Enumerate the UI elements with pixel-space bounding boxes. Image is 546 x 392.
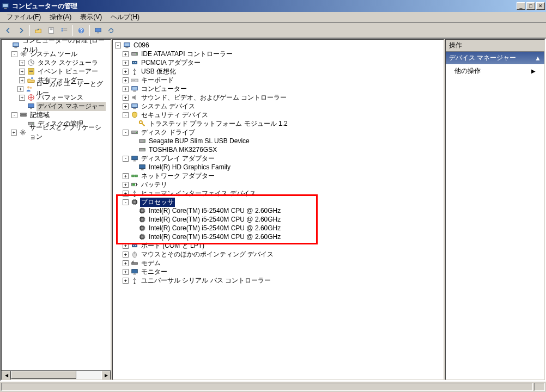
storage-icon [19,111,28,119]
device-ports[interactable]: +ポート (COM と LPT) [114,241,442,250]
device-usbctrl[interactable]: +ユニバーサル シリアル バス コントローラー [114,276,442,285]
device-computer[interactable]: +コンピューター [114,84,442,93]
device-tpm[interactable]: トラステッド プラットフォーム モジュール 1.2 [114,119,442,128]
computer-icon [11,41,20,50]
menu-help[interactable]: ヘルプ(H) [106,11,144,23]
collapse-icon[interactable]: - [123,199,129,205]
collapse-icon[interactable]: - [115,42,121,48]
hid-icon [130,189,139,198]
more-actions-item[interactable]: 他の操作 ▶ [446,64,544,78]
device-keyboard[interactable]: +キーボード [114,76,442,84]
forward-button[interactable] [15,24,27,36]
scan-button[interactable] [105,24,117,36]
device-hid[interactable]: +ヒューマン インターフェイス デバイス [114,189,442,198]
help-button[interactable] [75,24,87,36]
expand-icon[interactable]: + [19,69,25,75]
collapse-icon[interactable]: - [11,51,17,57]
cpu-icon [138,232,147,241]
scope-panel: コンピューターの管理 (ローカル) - システム ツール + タスク スケジュー… [1,39,111,380]
main-area: コンピューターの管理 (ローカル) - システム ツール + タスク スケジュー… [0,38,546,381]
menu-bar: ファイル(F) 操作(A) 表示(V) ヘルプ(H) [0,12,546,23]
ide-icon [130,50,139,58]
hdd-icon [138,145,147,154]
device-sysdev[interactable]: +システム デバイス [114,102,442,111]
device-pcmcia[interactable]: +PCMCIA アダプター [114,58,442,67]
device-cpu2[interactable]: Intel(R) Core(TM) i5-2540M CPU @ 2.60GHz [114,215,442,224]
tree-taskscheduler[interactable]: + タスク スケジューラ [3,58,110,67]
actions-header: 操作 [446,40,544,52]
tree-storage[interactable]: - 記憶域 [3,111,110,119]
scroll-left-button[interactable]: ◀ [2,371,11,380]
left-scrollbar[interactable]: ◀ ▶ [2,370,111,379]
device-cpu1[interactable]: Intel(R) Core(TM) i5-2540M CPU @ 2.60GHz [114,206,442,215]
device-root[interactable]: - C096 [114,41,442,50]
expand-icon[interactable]: + [19,95,25,101]
menu-file[interactable]: ファイル(F) [2,11,45,23]
share-icon [27,76,35,84]
back-button[interactable] [2,24,14,36]
collapse-icon[interactable]: - [11,112,17,118]
device-toshiba[interactable]: TOSHIBA MK3276GSX [114,145,442,154]
collapse-icon[interactable]: - [123,112,129,118]
usb-icon [130,67,139,76]
properties-button[interactable] [45,24,57,36]
tree-localusers[interactable]: + ローカル ユーザーとグルー [3,84,110,93]
device-mouse[interactable]: +マウスとそのほかのポインティング デバイス [114,250,442,259]
tree-root[interactable]: コンピューターの管理 (ローカル) [3,41,110,50]
scope-tree[interactable]: コンピューターの管理 (ローカル) - システム ツール + タスク スケジュー… [2,40,111,370]
expand-icon[interactable]: + [19,60,25,66]
device-modem[interactable]: +モデム [114,259,442,267]
maximize-button[interactable]: □ [526,2,535,10]
tree-devicemanager[interactable]: デバイス マネージャー [3,102,110,111]
expand-icon[interactable]: + [11,130,17,136]
hdd-icon [138,137,147,145]
tree-services[interactable]: + サービスとアプリケーション [3,128,110,137]
device-usbvirt[interactable]: +USB 仮想化 [114,67,442,76]
shield-icon [130,111,139,119]
device-cpu4[interactable]: Intel(R) Core(TM) i5-2540M CPU @ 2.60GHz [114,232,442,241]
menu-view[interactable]: 表示(V) [76,11,106,23]
computer-icon [123,41,131,50]
actions-section-header[interactable]: デバイス マネージャー ▲ [446,52,544,64]
mouse-icon [130,250,139,259]
device-display[interactable]: -ディスプレイ アダプター [114,154,442,163]
device-seagate[interactable]: Seagate BUP Slim SL USB Device [114,137,442,145]
expand-icon[interactable]: + [19,77,25,83]
device-diskdrive[interactable]: -ディスク ドライブ [114,128,442,137]
close-button[interactable]: ✕ [536,2,545,10]
cpu-icon [138,206,147,215]
pcmcia-icon [130,58,139,67]
refresh-button[interactable] [92,24,104,36]
network-icon [130,171,139,180]
device-intelhd[interactable]: Intel(R) HD Graphics Family [114,163,442,171]
collapse-icon[interactable]: - [123,156,129,162]
scroll-thumb[interactable] [11,371,76,379]
scroll-right-button[interactable]: ▶ [101,371,111,380]
device-ide[interactable]: +IDE ATA/ATAPI コントローラー [114,50,442,58]
list-button[interactable] [58,24,70,36]
device-cpu3[interactable]: Intel(R) Core(TM) i5-2540M CPU @ 2.60GHz [114,224,442,232]
tree-eventviewer[interactable]: + イベント ビューアー [3,67,110,76]
device-tree[interactable]: - C096 +IDE ATA/ATAPI コントローラー +PCMCIA アダ… [113,40,444,379]
collapse-icon[interactable]: - [123,130,129,136]
device-battery[interactable]: +バッテリ [114,180,442,189]
modem-icon [130,259,139,267]
device-sound[interactable]: +サウンド、ビデオ、およびゲーム コントローラー [114,93,442,102]
up-button[interactable] [32,24,44,36]
chevron-right-icon: ▶ [531,68,536,74]
toolbar [0,23,546,38]
cpu-icon [130,198,139,206]
minimize-button[interactable]: _ [517,2,525,10]
device-monitor[interactable]: +モニター [114,267,442,276]
device-security[interactable]: -セキュリティ デバイス [114,111,442,119]
perf-icon [27,93,35,102]
usb-icon [130,276,139,285]
expand-icon[interactable]: + [17,86,23,92]
device-processor[interactable]: -プロセッサ [114,198,442,206]
sound-icon [130,93,139,102]
menu-action[interactable]: 操作(A) [45,11,76,23]
app-icon [1,2,10,10]
device-network[interactable]: +ネットワーク アダプター [114,171,442,180]
actions-panel: 操作 デバイス マネージャー ▲ 他の操作 ▶ [445,39,545,380]
status-pane [1,383,533,391]
